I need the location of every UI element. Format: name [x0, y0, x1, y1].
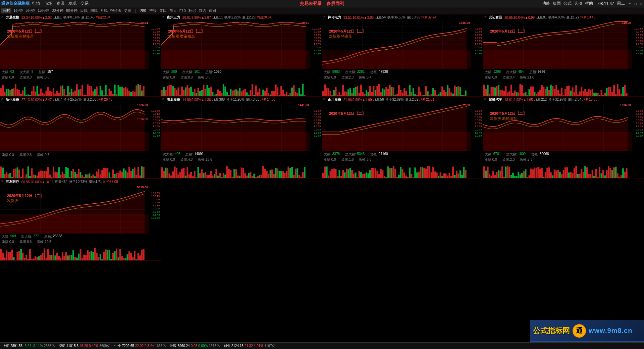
right-menu-help[interactable]: 帮助 [585, 1, 593, 6]
tab-daily[interactable]: 日线 [79, 8, 88, 13]
svg-rect-613 [436, 172, 438, 178]
svg-rect-672 [541, 168, 543, 178]
cy-index-name: 创业 [224, 344, 230, 348]
tab-5min[interactable]: 5分钟 [25, 8, 36, 13]
svg-rect-501 [235, 169, 237, 178]
stock-panel-sanyoumedical[interactable]: ✕ 三友医疗 60.95 20.00% ▲10.18 现量454 换手10.73… [0, 179, 161, 261]
svg-rect-127 [210, 87, 212, 96]
stock-panel-shenmapower[interactable]: ✕ 神马电力 33.51 10.01% ▲3.05 现量54 换手36.55% … [322, 14, 483, 96]
tab-30min[interactable]: 30分钟 [51, 8, 64, 13]
stock-panel-zhengchuanstock[interactable]: ✕ 正川股份 21.90 9.99% ▲1.99 现量56 换手32.89% 量… [322, 96, 483, 179]
stock-current: 现量1 [52, 15, 62, 20]
svg-rect-701 [593, 176, 595, 178]
toolbar-switch[interactable]: 切换 [139, 8, 147, 13]
chart-area: 2020年5月12日【二】 949.00 10.04%8.37%6.69%5.0… [483, 20, 644, 69]
svg-rect-174 [295, 92, 297, 96]
svg-rect-612 [434, 171, 436, 178]
svg-rect-800 [126, 254, 128, 260]
svg-rect-502 [237, 176, 239, 178]
svg-rect-790 [109, 250, 110, 260]
svg-rect-690 [574, 168, 575, 178]
svg-rect-692 [577, 174, 579, 178]
right-menu-formula[interactable]: 公式 [564, 1, 572, 6]
svg-rect-650 [501, 166, 503, 178]
toolbar-enlarge[interactable]: 放大 [169, 8, 177, 13]
login-status[interactable]: 交易未登录 [300, 1, 322, 6]
tab-monthly[interactable]: 月线 [100, 8, 108, 13]
tab-fenshi[interactable]: 分时 [1, 8, 11, 13]
close-button[interactable]: ✕ [1, 15, 4, 18]
stats-row-2: 卖幅:0.0 柔溪:2.6 振幅:9.7 [2, 153, 159, 157]
close-button[interactable]: ✕ [162, 97, 165, 101]
svg-rect-603 [418, 171, 420, 178]
window-min[interactable]: － [628, 1, 632, 6]
close-button[interactable]: ✕ [323, 15, 326, 18]
tab-weekly[interactable]: 周线 [90, 8, 98, 13]
close-button[interactable]: ✕ [323, 97, 326, 101]
stock-change-pct: 9.98% [192, 16, 201, 19]
main-menu[interactable]: 行情 市场 资讯 发现 交易 [32, 1, 89, 6]
toolbar-f10[interactable]: F10 [179, 9, 186, 13]
menu-jiaoyi[interactable]: 交易 [80, 1, 89, 6]
right-menu-version[interactable]: 版面 [553, 1, 561, 6]
svg-rect-640 [483, 166, 485, 178]
svg-rect-435 [118, 173, 119, 178]
svg-rect-528 [284, 173, 286, 178]
svg-rect-740 [18, 251, 20, 260]
pct-level-2: 6.68% [150, 116, 160, 119]
svg-rect-591 [396, 177, 398, 178]
svg-rect-477 [192, 176, 194, 178]
menu-faxian[interactable]: 发现 [68, 1, 76, 6]
toolbar-watch[interactable]: 自选 [198, 8, 207, 13]
close-button[interactable]: ✕ [484, 15, 487, 18]
menu-shichang[interactable]: 市场 [44, 1, 52, 6]
stock-avg: 均价22.34 [95, 15, 111, 20]
svg-rect-709 [608, 166, 609, 178]
menu-hangqing[interactable]: 行情 [32, 1, 40, 6]
toolbar-mark[interactable]: 标记 [188, 8, 197, 13]
stock-panel-fangchen[interactable]: ✕ 方晨生物 22.34 10.00% ▲2.03 现量1 换手0.16% 量比… [0, 14, 161, 96]
tab-1min[interactable]: 1分钟 [13, 8, 23, 13]
window-close[interactable]: ✕ [639, 1, 643, 6]
toolbar-splice[interactable]: 拼接 [149, 8, 157, 13]
stock-panel-anjifood[interactable]: ✕ 安记食品 10.95 10.04% ▲0.99 现量81 换手4.03% 量… [483, 14, 644, 96]
tab-quotetable[interactable]: 报价表 [110, 8, 122, 13]
close-button[interactable]: ✕ [1, 97, 4, 101]
close-button[interactable]: ✕ [484, 97, 487, 101]
tab-15min[interactable]: 15分钟 [37, 8, 50, 13]
svg-rect-589 [393, 166, 394, 178]
tab-more[interactable]: 更多 [123, 8, 132, 13]
window-max[interactable]: □ [634, 1, 637, 6]
right-menu-options[interactable]: 选项 [574, 1, 582, 6]
tab-60min[interactable]: 60分钟 [65, 8, 78, 13]
menu-zixun[interactable]: 资讯 [56, 1, 64, 6]
multi-stock[interactable]: 多股同列 [327, 1, 344, 6]
stock-panel-jufengauto[interactable]: ✕ 聚峰汽车 18.61 9.93% ▲1.65 现量212 换手32.97% … [483, 96, 644, 179]
svg-rect-705 [601, 173, 602, 178]
svg-rect-783 [96, 253, 98, 260]
stock-turnover: 换手1.22% [223, 15, 240, 20]
svg-rect-354 [617, 84, 619, 96]
toolbar-back[interactable]: 返回 [208, 8, 217, 13]
stock-stats: 次大额:405 总额:14091 卖幅:0.0 柔溪:4.3 振幅:16.6 [161, 151, 322, 165]
svg-rect-776 [83, 255, 85, 260]
svg-rect-432 [112, 169, 114, 178]
svg-rect-383 [24, 178, 25, 178]
stock-turnover: 换手36.55% [386, 15, 406, 20]
svg-rect-443 [132, 169, 134, 178]
right-menu-func[interactable]: 功能 [542, 1, 550, 6]
svg-rect-574 [366, 172, 367, 178]
stock-panel-xinhuastock[interactable]: ✕ 新化股份 27.13 10.02% ▲2.47 现量7 换手25.57% 量… [0, 96, 161, 179]
stock-panel-guizhousanli[interactable]: ✕ 贵州三力 20.61 9.98% ▲1.87 现量11 换手1.22% 量比… [161, 14, 322, 96]
stock-avg: 均价18.38 [581, 97, 597, 102]
toolbar-window[interactable]: 窗口 [159, 8, 167, 13]
close-button[interactable]: ✕ [162, 15, 165, 18]
pct-level-6: 0.00% [150, 46, 160, 49]
svg-rect-431 [110, 178, 112, 178]
svg-rect-685 [565, 167, 566, 178]
svg-rect-128 [212, 92, 214, 96]
close-button[interactable]: ✕ [1, 180, 4, 183]
da-vol: 大额:6781 [485, 152, 501, 157]
pct-level-3: 5.00% [472, 119, 482, 122]
stock-panel-nanweistock[interactable]: ✕ 南卫股份 14.99 9.98% ▲1.36 现量388 换手11.90% … [161, 96, 322, 179]
